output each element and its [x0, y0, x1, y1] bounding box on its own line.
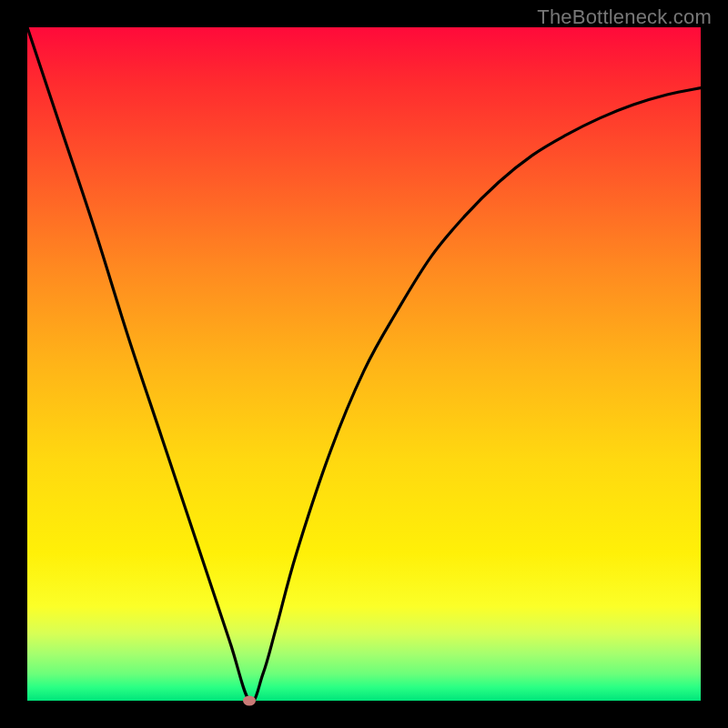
plot-area: [27, 27, 701, 701]
curve-svg: [27, 27, 701, 701]
chart-frame: TheBottleneck.com: [0, 0, 728, 728]
watermark-text: TheBottleneck.com: [537, 5, 712, 29]
bottleneck-curve-path: [27, 27, 701, 701]
minimum-marker: [243, 696, 256, 706]
